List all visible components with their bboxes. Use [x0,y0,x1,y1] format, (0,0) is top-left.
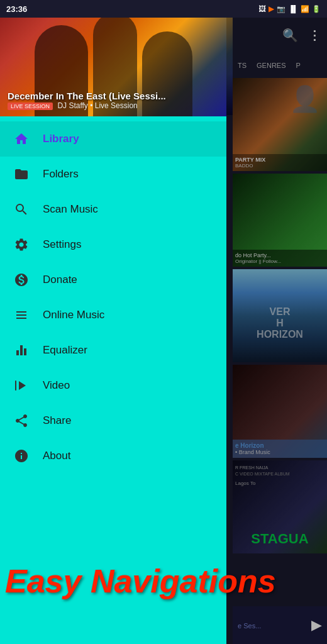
menu-label-folders: Folders [43,168,79,180]
menu-item-equalizer[interactable]: Equalizer [0,333,226,368]
play-icon: ▶ [269,4,274,13]
dollar-icon [13,271,30,289]
instagram-icon: 📷 [277,5,285,13]
settings-icon [13,236,30,253]
menu-item-library[interactable]: Library [0,121,226,157]
drawer-artist-name: DJ Staffy [57,101,87,110]
menu-item-donate[interactable]: Donate [0,262,226,297]
drawer-menu: Library Folders Scan Music Settings [0,116,226,644]
status-time: 23:36 [6,4,27,14]
home-icon [13,130,30,148]
menu-item-video[interactable]: Video [0,368,226,403]
menu-label-equalizer: Equalizer [43,344,87,357]
status-bar: 23:36 🖼 ▶ 📷 ▐▌ 📶 🔋 [0,0,327,18]
menu-label-online-music: Online Music [43,309,104,321]
drawer-overlay[interactable] [226,0,327,644]
drawer-song-title: December In The East (Live Sessi... [8,91,219,101]
share-icon [13,412,30,430]
status-icons: 🖼 ▶ 📷 ▐▌ 📶 🔋 [258,4,321,13]
menu-label-donate: Donate [43,274,77,286]
menu-item-folders[interactable]: Folders [0,157,226,192]
video-icon [13,377,30,394]
equalizer-icon [13,341,30,359]
menu-label-library: Library [43,133,79,145]
menu-label-share: Share [43,414,71,427]
menu-item-settings[interactable]: Settings [0,227,226,262]
menu-item-scan-music[interactable]: Scan Music [0,192,226,227]
folder-icon [13,165,30,183]
photo-icon: 🖼 [258,4,266,13]
menu-item-share[interactable]: Share [0,403,226,438]
menu-item-online-music[interactable]: Online Music [0,297,226,333]
menu-label-scan-music: Scan Music [43,203,98,216]
menu-item-about[interactable]: About [0,438,226,474]
search-magnify-icon [13,201,30,218]
signal-icon: ▐▌ [288,5,298,13]
drawer-artist-line: LIVE SESSION DJ Staffy • Live Session [8,101,219,110]
menu-label-settings: Settings [43,238,81,251]
drawer-live-badge: LIVE SESSION [8,103,53,110]
about-icon [13,447,30,465]
menu-label-about: About [43,450,70,462]
nav-drawer: DECEMBER IN THE December In The East (Li… [0,0,226,644]
bars-icon [13,306,30,324]
wifi-icon: 📶 [301,5,309,13]
menu-label-video: Video [43,379,70,392]
svg-rect-0 [15,380,16,391]
battery-icon: 🔋 [312,5,321,13]
